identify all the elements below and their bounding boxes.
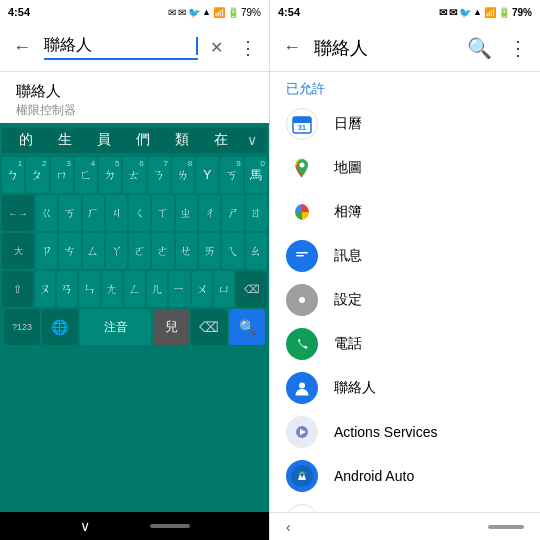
key-ㄣ[interactable]: ㄣ	[79, 271, 99, 307]
app-item-contacts[interactable]: 聯絡人	[270, 366, 540, 410]
key-ㄘ[interactable]: ㄘ	[59, 233, 80, 269]
keyboard: 的 生 員 們 類 在 ∨ 1ㄅ 2ㄆ 3ㄇ 4ㄈ 5ㄉ 6ㄊ 7ㄋ 8ㄌ Y …	[0, 123, 269, 512]
app-item-calendar[interactable]: 31 日曆	[270, 102, 540, 146]
candidate-key[interactable]: 類	[169, 129, 195, 151]
key-ㄔ[interactable]: ㄔ	[199, 195, 220, 231]
key-shift[interactable]: ⇧	[2, 271, 33, 307]
app-name: 訊息	[334, 247, 362, 265]
right-more-button[interactable]: ⋮	[504, 32, 532, 64]
android-icon	[286, 460, 318, 492]
key-ㄊ[interactable]: 6ㄊ	[123, 157, 145, 193]
key-ㄅ[interactable]: 1ㄅ	[2, 157, 24, 193]
suggestion-title: 聯絡人	[16, 82, 253, 101]
app-item-gmail[interactable]: Gmail	[270, 498, 540, 512]
key-ㄟ[interactable]: ㄟ	[222, 233, 243, 269]
app-item-android-auto[interactable]: Android Auto	[270, 454, 540, 498]
svg-text:31: 31	[298, 124, 306, 131]
key-caps[interactable]: 大	[2, 233, 34, 269]
key-ㄜ[interactable]: ㄜ	[152, 233, 173, 269]
key-ㄉ[interactable]: 5ㄉ	[99, 157, 121, 193]
key-ㄓ[interactable]: ㄓ	[176, 195, 197, 231]
candidate-key[interactable]: 生	[52, 129, 78, 151]
key-ㄢ[interactable]: ㄢ	[57, 271, 77, 307]
key-tab[interactable]: ←→	[2, 195, 34, 231]
key-ㄇ[interactable]: 3ㄇ	[51, 157, 73, 193]
backspace-key[interactable]: ⌫	[191, 309, 227, 345]
key-ㄩ[interactable]: ㄩ	[214, 271, 234, 307]
app-item-messages[interactable]: 訊息	[270, 234, 540, 278]
back-button[interactable]: ←	[8, 34, 36, 62]
key-ㄏ[interactable]: ㄏ	[83, 195, 104, 231]
search-key[interactable]: 🔍	[229, 309, 265, 345]
key-ㄕ[interactable]: ㄕ	[222, 195, 243, 231]
key-Y[interactable]: Y	[196, 157, 218, 193]
right-back-button[interactable]: ←	[278, 34, 306, 62]
key-ㄋ[interactable]: 7ㄋ	[148, 157, 170, 193]
key-ㄖ[interactable]: ㄖ	[246, 195, 267, 231]
globe-key[interactable]: 🌐	[42, 309, 78, 345]
candidate-key[interactable]: 員	[91, 129, 117, 151]
suggestion-item[interactable]: 聯絡人 權限控制器	[0, 72, 269, 123]
app-item-photos[interactable]: 相簿	[270, 190, 540, 234]
key-ㄎ2[interactable]: ㄎ	[59, 195, 80, 231]
app-name: 相簿	[334, 203, 362, 221]
right-search-button[interactable]: 🔍	[463, 32, 496, 64]
app-item-maps[interactable]: 地圖	[270, 146, 540, 190]
key-row-3: 大 ㄗ ㄘ ㄙ ㄚ ㄛ ㄜ ㄝ ㄞ ㄟ ㄠ	[2, 233, 267, 269]
more-button[interactable]: ⋮	[235, 33, 261, 63]
key-ㄚ[interactable]: ㄚ	[106, 233, 127, 269]
nav-chevron-icon[interactable]: ∨	[80, 518, 90, 534]
key-ㄈ[interactable]: 4ㄈ	[75, 157, 97, 193]
key-ㄛ[interactable]: ㄛ	[129, 233, 150, 269]
candidate-key[interactable]: 在	[208, 129, 234, 151]
search-bar: ← 聯絡人 ✕ ⋮	[0, 24, 269, 72]
key-ㄤ[interactable]: ㄤ	[102, 271, 122, 307]
key-馬[interactable]: 0馬	[245, 157, 267, 193]
section-label: 已允許	[270, 72, 540, 102]
num-switch-button[interactable]: ?123	[4, 309, 40, 345]
key-ㄆ[interactable]: 2ㄆ	[26, 157, 48, 193]
key-ㄑ[interactable]: ㄑ	[129, 195, 150, 231]
candidate-key[interactable]: 的	[13, 129, 39, 151]
app-item-actions[interactable]: Actions Services	[270, 410, 540, 454]
svg-rect-5	[296, 252, 308, 254]
key-ㄎ[interactable]: 9ㄎ	[220, 157, 242, 193]
key-ㄡ[interactable]: ㄡ	[35, 271, 55, 307]
key-delete[interactable]: ⌫	[236, 271, 267, 307]
right-status-bar: 4:54 ✉ ✉ 🐦 ▲ 📶 🔋 79%	[270, 0, 540, 24]
app-item-settings[interactable]: 設定	[270, 278, 540, 322]
chevron-down-icon[interactable]: ∨	[247, 132, 257, 148]
key-ㄥ[interactable]: ㄥ	[124, 271, 144, 307]
home-indicator[interactable]	[150, 524, 190, 528]
key-ㄨ[interactable]: ㄨ	[192, 271, 212, 307]
app-item-phone[interactable]: 電話	[270, 322, 540, 366]
right-status-icons: ✉ ✉ 🐦 ▲ 📶 🔋 79%	[439, 7, 532, 18]
key-ㄝ[interactable]: ㄝ	[176, 233, 197, 269]
key-ㄌ[interactable]: 8ㄌ	[172, 157, 194, 193]
app-name: 電話	[334, 335, 362, 353]
key-ㄍ[interactable]: ㄍ	[36, 195, 57, 231]
key-ㄠ[interactable]: ㄠ	[246, 233, 267, 269]
action-key[interactable]: 兒	[153, 309, 189, 345]
search-input-wrap[interactable]: 聯絡人	[44, 35, 198, 60]
right-title: 聯絡人	[314, 36, 455, 60]
key-ㄗ[interactable]: ㄗ	[36, 233, 57, 269]
key-ㄧ[interactable]: ㄧ	[169, 271, 189, 307]
clear-button[interactable]: ✕	[206, 34, 227, 61]
candidate-key[interactable]: 們	[130, 129, 156, 151]
left-status-bar: 4:54 ✉ ✉ 🐦 ▲ 📶 🔋 79%	[0, 0, 269, 24]
key-ㄙ[interactable]: ㄙ	[83, 233, 104, 269]
key-ㄞ[interactable]: ㄞ	[199, 233, 220, 269]
space-key[interactable]: 注音	[80, 309, 152, 345]
key-ㄦ[interactable]: ㄦ	[147, 271, 167, 307]
key-ㄐ[interactable]: ㄐ	[106, 195, 127, 231]
svg-point-15	[291, 465, 313, 487]
left-panel: 4:54 ✉ ✉ 🐦 ▲ 📶 🔋 79% ← 聯絡人 ✕ ⋮ 聯絡人 權限控制器…	[0, 0, 270, 540]
right-home-indicator[interactable]	[488, 525, 524, 529]
key-row-4: ⇧ ㄡ ㄢ ㄣ ㄤ ㄥ ㄦ ㄧ ㄨ ㄩ ⌫	[2, 271, 267, 307]
key-ㄒ[interactable]: ㄒ	[152, 195, 173, 231]
left-time: 4:54	[8, 6, 30, 18]
right-nav-back[interactable]: ‹	[286, 519, 291, 535]
candidate-row: 的 生 員 們 類 在 ∨	[2, 127, 267, 153]
key-row-1: 1ㄅ 2ㄆ 3ㄇ 4ㄈ 5ㄉ 6ㄊ 7ㄋ 8ㄌ Y 9ㄎ 0馬	[2, 157, 267, 193]
